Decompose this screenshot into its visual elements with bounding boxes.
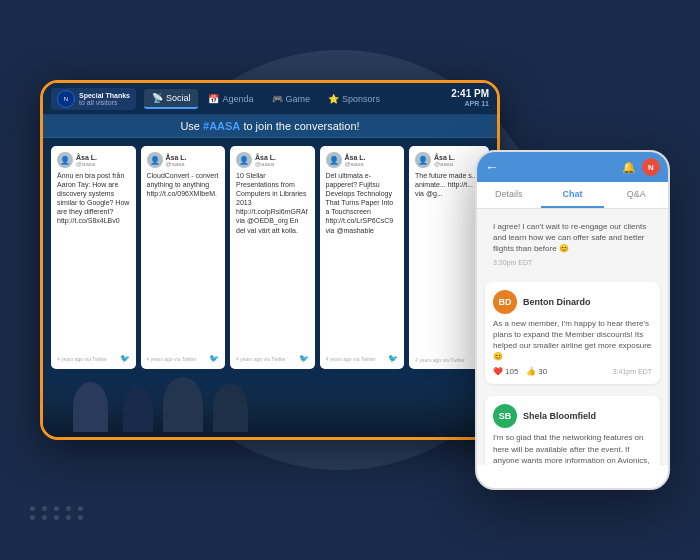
message-header-2: SB Shela Bloomfield [493, 404, 652, 428]
phone-header-icons: 🔔 N [622, 158, 660, 176]
tweet-card-3: 👤 Åsa L. @aasa 10 Stellar Presentations … [230, 146, 315, 369]
phone-header: ← 🔔 N [477, 152, 668, 182]
twitter-icon-1: 🐦 [120, 354, 130, 363]
card-header-5: 👤 Åsa L. @aasa [415, 152, 483, 168]
benton-reaction-2[interactable]: 👍 30 [526, 367, 547, 376]
card-header-4: 👤 Åsa L. @aasa [326, 152, 399, 168]
card-text-2: CloudConvert - convert anything to anyth… [147, 171, 220, 351]
person-silhouette-1 [73, 382, 108, 432]
card-header-2: 👤 Åsa L. @aasa [147, 152, 220, 168]
benton-reaction-1[interactable]: ❤️ 105 [493, 367, 518, 376]
card-handle-3: @aasa [255, 161, 276, 167]
dot-9 [66, 515, 71, 520]
phone-tabs: Details Chat Q&A [477, 182, 668, 209]
hashtag-banner: Use #AASA to join the conversation! [43, 115, 497, 138]
card-handle-1: @aasa [76, 161, 97, 167]
tab-details[interactable]: Details [477, 182, 541, 208]
dot-1 [30, 506, 35, 511]
shela-name: Shela Bloomfield [523, 411, 596, 421]
avatar-2: 👤 [147, 152, 163, 168]
card-handle-5: @aasa [434, 161, 455, 167]
card-handle-4: @aasa [345, 161, 366, 167]
logo-text: Special Thanks to all visitors [79, 92, 130, 106]
decorative-dots [30, 506, 86, 520]
thumbs-up-icon: 👍 [526, 367, 536, 376]
person-silhouette-4 [213, 384, 248, 432]
card-header-1: 👤 Åsa L. @aasa [57, 152, 130, 168]
tweet-card-1: 👤 Åsa L. @aasa Ännu en bra post från Aar… [51, 146, 136, 369]
twitter-icon-4: 🐦 [388, 354, 398, 363]
card-footer-2: 4 years ago via Twitter 🐦 [147, 354, 220, 363]
message-header-1: BD Benton Dinardo [493, 290, 652, 314]
tab-agenda[interactable]: 📅 Agenda [200, 90, 261, 108]
card-time-5: 4 years ago via Twitter [415, 357, 465, 363]
card-user-4: Åsa L. [345, 154, 366, 161]
first-msg-text: I agree! I can't wait to re-engage our c… [493, 221, 652, 255]
card-handle-2: @aasa [166, 161, 187, 167]
dot-5 [78, 506, 83, 511]
user-avatar[interactable]: N [642, 158, 660, 176]
dot-4 [66, 506, 71, 511]
twitter-icon-2: 🐦 [209, 354, 219, 363]
card-footer-4: 4 years ago via Twitter 🐦 [326, 354, 399, 363]
tab-social[interactable]: 📡 Social [144, 89, 199, 109]
benton-time: 3:41pm EDT [613, 368, 652, 375]
message-item-1: BD Benton Dinardo As a new member, I'm h… [485, 282, 660, 385]
card-text-4: Det ultimata e-papperet? Fujitsu Develop… [326, 171, 399, 351]
card-time-2: 4 years ago via Twitter [147, 356, 197, 362]
tablet-screen: N Special Thanks to all visitors 📡 Socia… [43, 83, 497, 437]
back-button[interactable]: ← [485, 159, 499, 175]
bell-icon[interactable]: 🔔 [622, 161, 636, 174]
avatar-4: 👤 [326, 152, 342, 168]
dot-8 [54, 515, 59, 520]
tweet-card-4: 👤 Åsa L. @aasa Det ultimata e-papperet? … [320, 146, 405, 369]
dot-6 [30, 515, 35, 520]
tablet-time: 2:41 PM APR 11 [451, 88, 489, 108]
dot-7 [42, 515, 47, 520]
tab-sponsors[interactable]: ⭐ Sponsors [320, 90, 388, 108]
card-time-1: 4 years ago via Twitter [57, 356, 107, 362]
scene: N Special Thanks to all visitors 📡 Socia… [0, 0, 700, 560]
phone-device: ← 🔔 N Details Chat Q&A I agree! I can't … [475, 150, 670, 490]
tablet-bottom-area [43, 377, 497, 437]
message-item-2: SB Shela Bloomfield I'm so glad that the… [485, 396, 660, 465]
first-msg-time: 3:30pm EDT [493, 259, 652, 266]
twitter-icon-3: 🐦 [299, 354, 309, 363]
shela-message-text: I'm so glad that the networking features… [493, 432, 652, 465]
card-user-2: Åsa L. [166, 154, 187, 161]
game-icon: 🎮 [272, 94, 283, 104]
person-silhouette-3 [163, 377, 203, 432]
avatar-5: 👤 [415, 152, 431, 168]
tablet-device: N Special Thanks to all visitors 📡 Socia… [40, 80, 500, 440]
agenda-icon: 📅 [208, 94, 219, 104]
card-footer-1: 4 years ago via Twitter 🐦 [57, 354, 130, 363]
social-icon: 📡 [152, 93, 163, 103]
tab-game[interactable]: 🎮 Game [264, 90, 319, 108]
phone-messages-area: I agree! I can't wait to re-engage our c… [477, 209, 668, 465]
dot-10 [78, 515, 83, 520]
shela-avatar: SB [493, 404, 517, 428]
heart-icon: ❤️ [493, 367, 503, 376]
benton-message-footer: ❤️ 105 👍 30 3:41pm EDT [493, 367, 652, 376]
tweet-card-2: 👤 Åsa L. @aasa CloudConvert - convert an… [141, 146, 226, 369]
card-user-1: Åsa L. [76, 154, 97, 161]
benton-name: Benton Dinardo [523, 297, 591, 307]
first-message: I agree! I can't wait to re-engage our c… [485, 217, 660, 270]
tab-chat[interactable]: Chat [541, 182, 605, 208]
card-footer-3: 4 years ago via Twitter 🐦 [236, 354, 309, 363]
benton-message-text: As a new member, I'm happy to hear there… [493, 318, 652, 363]
nasa-logo-circle: N [57, 90, 75, 108]
avatar-1: 👤 [57, 152, 73, 168]
card-text-1: Ännu en bra post från Aaron Tay: How are… [57, 171, 130, 351]
sponsors-icon: ⭐ [328, 94, 339, 104]
card-user-5: Åsa L. [434, 154, 455, 161]
card-footer-5: 4 years ago via Twitter [415, 357, 483, 363]
tablet-logo: N Special Thanks to all visitors [51, 88, 136, 110]
avatar-3: 👤 [236, 152, 252, 168]
card-time-3: 4 years ago via Twitter [236, 356, 286, 362]
person-silhouette-2 [123, 387, 153, 432]
benton-reaction-count-2: 30 [538, 367, 547, 376]
benton-reaction-count-1: 105 [505, 367, 518, 376]
tab-qa[interactable]: Q&A [604, 182, 668, 208]
card-header-3: 👤 Åsa L. @aasa [236, 152, 309, 168]
